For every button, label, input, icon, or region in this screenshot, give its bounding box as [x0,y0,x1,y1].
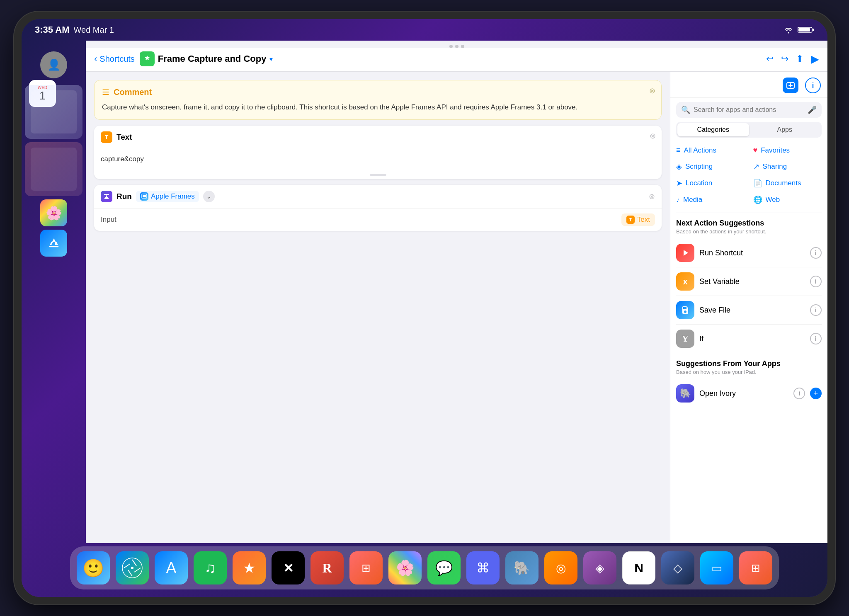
right-panel-top: i [670,72,827,98]
wifi-icon [784,26,793,34]
action-run-shortcut[interactable]: Run Shortcut i [676,239,822,267]
undo-button[interactable]: ↩ [766,53,774,64]
dock-icon-notion[interactable]: N [622,551,655,584]
sharing-icon: ↗ [753,162,759,171]
text-badge[interactable]: T Text [621,213,655,226]
run-shortcut-info-button[interactable]: i [810,247,822,259]
play-button[interactable]: ▶ [811,53,819,65]
next-actions-title: Next Action Suggestions [676,219,822,228]
category-list: ≡ All Actions ♥ Favorites ◈ Sc [670,142,827,211]
dock-icon-overflow[interactable]: ⊞ [739,551,772,584]
back-label: Shortcuts [99,54,134,64]
text-badge-icon: T [626,216,635,224]
info-button[interactable]: i [805,78,821,93]
dock-icon-discord[interactable]: ⌘ [466,551,500,584]
text-card-title: Text [116,133,132,142]
share-button[interactable]: ⬆ [796,53,803,64]
category-item-web[interactable]: 🌐 Web [753,193,822,207]
documents-label: Documents [766,179,801,187]
apple-frames-text: Apple Frames [151,192,195,201]
open-ivory-info-button[interactable]: i [793,388,805,399]
text-card-content[interactable]: capture&copy [94,149,662,174]
dock-icon-spotify[interactable]: ♫ [194,551,227,584]
dock-icon-reeder2[interactable]: R [310,551,344,584]
appstore-icon[interactable] [40,230,67,257]
dock-icon-mango[interactable]: ⊞ [349,551,383,584]
text-card-value: capture&copy [101,155,144,163]
nav-bar: ‹ Shortcuts Frame Capture and Copy ▾ [86,48,827,72]
category-item-location[interactable]: ➤ Location [676,176,745,190]
window-handle-dots [86,41,827,48]
dock-icon-tableplus[interactable]: 🐘 [505,551,539,584]
dock-icon-craft[interactable]: ◇ [661,551,694,584]
category-tabs: Categories Apps [676,122,822,138]
dock-icon-safari[interactable] [116,551,149,584]
action-open-ivory[interactable]: 🐘 Open Ivory i + [676,379,822,407]
photos-icon[interactable]: 🌸 [40,199,67,226]
apps-section-divider [676,355,822,355]
category-item-sharing[interactable]: ↗ Sharing [753,160,822,174]
battery-icon [798,26,814,34]
scripting-icon: ◈ [676,162,682,171]
run-label: Run [116,192,132,201]
dock-icon-messages[interactable]: 💬 [427,551,461,584]
tab-categories[interactable]: Categories [677,123,749,136]
microphone-icon[interactable]: 🎤 [808,105,817,114]
dock-icon-photos[interactable]: 🌸 [388,551,422,584]
sharing-label: Sharing [763,162,787,171]
if-info-button[interactable]: i [810,333,822,344]
dock-icon-x[interactable]: ✕ [272,551,305,584]
redo-button[interactable]: ↪ [781,53,788,64]
open-ivory-label: Open Ivory [699,389,788,398]
comment-close-button[interactable]: ⊗ [649,86,655,95]
category-item-media[interactable]: ♪ Media [676,193,745,207]
save-file-info-button[interactable]: i [810,304,822,316]
dock-icon-finder[interactable]: 🙂 [77,551,110,584]
svg-point-14 [131,567,133,569]
text-card-icon: T [101,131,112,143]
action-save-file[interactable]: Save File i [676,296,822,325]
run-card-expand-button[interactable]: ⌄ [203,191,215,202]
status-icons [784,26,814,34]
category-item-documents[interactable]: 📄 Documents [753,176,822,190]
suggestions-section: Next Action Suggestions Based on the act… [670,215,827,543]
app-switcher-card-1[interactable] [25,85,82,139]
media-label: Media [683,196,702,204]
open-ivory-add-button[interactable]: + [810,388,822,399]
back-button[interactable]: ‹ Shortcuts [94,53,135,64]
status-bar: 3:35 AM Wed Mar 1 [22,19,827,41]
dock-icon-tempi[interactable]: ◎ [544,551,577,584]
dock-icon-appstore[interactable]: A [155,551,188,584]
web-icon: 🌐 [753,195,762,204]
app-switcher-card-2[interactable] [25,142,82,196]
scripting-label: Scripting [685,162,713,171]
category-item-all-actions[interactable]: ≡ All Actions [676,143,745,157]
dock-icon-marble[interactable]: ◈ [583,551,616,584]
add-action-button[interactable] [783,78,798,93]
action-set-variable[interactable]: x Set Variable i [676,267,822,296]
run-card-close-button[interactable]: ⊗ [649,192,655,201]
documents-icon: 📄 [753,179,762,188]
tab-apps[interactable]: Apps [749,123,821,136]
action-if[interactable]: Y If i [676,325,822,353]
dropdown-arrow-icon[interactable]: ▾ [269,55,273,63]
ivory-icon: 🐘 [676,384,694,403]
media-icon: ♪ [676,196,680,204]
dock-icon-ipad[interactable]: ▭ [700,551,733,584]
comment-icon: ☰ [102,87,109,97]
category-item-favorites[interactable]: ♥ Favorites [753,143,822,157]
dock-icon-reeder[interactable]: ★ [233,551,266,584]
location-label: Location [686,179,712,187]
run-card: Run Apple Frames [94,185,662,231]
side-apps-panel: WED 1 👤 🌸 [22,41,86,543]
set-variable-info-button[interactable]: i [810,276,822,287]
category-item-scripting[interactable]: ◈ Scripting [676,160,745,174]
apple-frames-badge[interactable]: Apple Frames [136,191,199,202]
text-card-close-button[interactable]: ⊗ [650,131,656,141]
comment-title: Comment [114,87,152,97]
card-resize-handle[interactable] [370,174,386,176]
run-card-content: Input T Text [94,209,662,231]
ipad-screen: 3:35 AM Wed Mar 1 WED [22,19,827,597]
search-input[interactable] [694,106,804,114]
avatar[interactable]: 👤 [40,51,67,78]
